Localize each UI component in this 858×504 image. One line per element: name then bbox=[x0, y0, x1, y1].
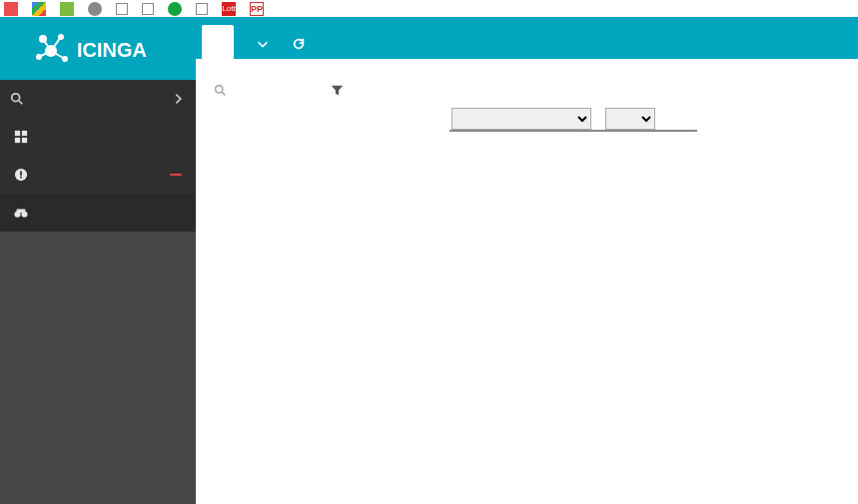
chevron-down-icon[interactable] bbox=[256, 37, 270, 51]
binoculars-icon bbox=[14, 206, 28, 220]
tab-bar bbox=[196, 17, 858, 59]
pagination bbox=[196, 59, 858, 79]
svg-point-10 bbox=[12, 94, 20, 102]
filter-selects bbox=[196, 106, 858, 130]
bookmark[interactable] bbox=[196, 3, 212, 15]
svg-rect-21 bbox=[17, 210, 26, 214]
bookmark[interactable]: PP bbox=[250, 2, 268, 16]
svg-rect-17 bbox=[20, 172, 22, 176]
menu-summary[interactable] bbox=[0, 118, 196, 156]
bookmark[interactable] bbox=[116, 3, 132, 15]
operator-select[interactable] bbox=[605, 108, 655, 130]
svg-text:ICINGA: ICINGA bbox=[77, 39, 147, 61]
search-input[interactable] bbox=[241, 83, 311, 98]
chevron-right-icon bbox=[172, 92, 186, 106]
scrollbar-thumb[interactable] bbox=[686, 131, 696, 132]
bookmark[interactable] bbox=[60, 2, 78, 16]
filter-row bbox=[196, 79, 858, 106]
refresh-icon[interactable] bbox=[292, 37, 306, 51]
search-icon bbox=[214, 84, 227, 97]
logo[interactable]: ICINGA bbox=[0, 17, 196, 80]
field-select-dropdown bbox=[449, 130, 697, 132]
bookmark[interactable] bbox=[32, 2, 50, 16]
svg-rect-13 bbox=[22, 131, 27, 136]
bookmark[interactable] bbox=[88, 2, 106, 16]
svg-point-22 bbox=[216, 86, 223, 93]
alert-icon bbox=[14, 168, 28, 182]
bookmark[interactable] bbox=[142, 3, 158, 15]
svg-line-11 bbox=[19, 101, 23, 105]
bookmark[interactable]: Lott bbox=[222, 2, 240, 16]
sidebar: ICINGA bbox=[0, 17, 196, 504]
dashboard-icon bbox=[14, 130, 28, 144]
menu-overview[interactable] bbox=[0, 194, 196, 232]
svg-rect-18 bbox=[20, 177, 22, 179]
search-icon bbox=[10, 92, 24, 106]
svg-rect-14 bbox=[15, 138, 20, 143]
browser-bookmarks-bar: Lott PP bbox=[0, 0, 858, 17]
bookmark[interactable] bbox=[4, 2, 22, 16]
svg-rect-15 bbox=[22, 138, 27, 143]
icinga-logo-icon: ICINGA bbox=[33, 31, 163, 67]
svg-line-23 bbox=[222, 92, 225, 95]
problems-badge bbox=[170, 174, 182, 176]
field-select[interactable] bbox=[451, 108, 591, 130]
content-area bbox=[196, 17, 858, 504]
tab-services[interactable] bbox=[202, 25, 234, 59]
sidebar-search[interactable] bbox=[0, 80, 196, 118]
filter-icon[interactable] bbox=[331, 84, 344, 97]
svg-rect-12 bbox=[15, 131, 20, 136]
bookmark[interactable] bbox=[168, 2, 186, 16]
menu-problems[interactable] bbox=[0, 156, 196, 194]
